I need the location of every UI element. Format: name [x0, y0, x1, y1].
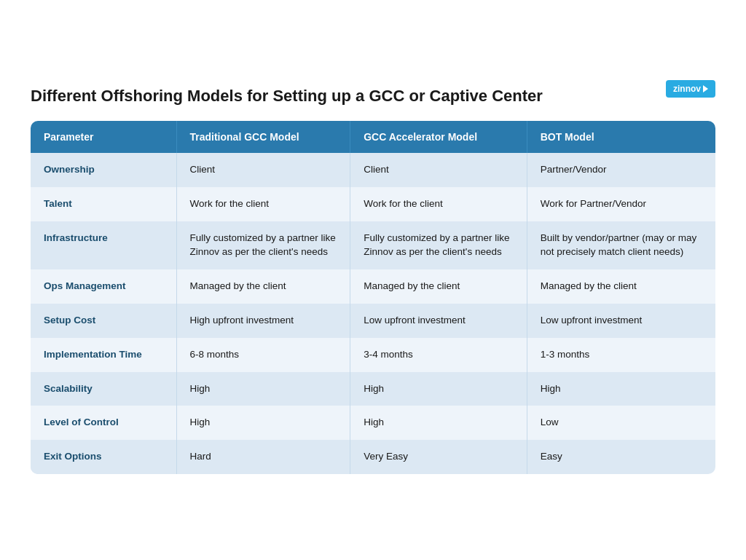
row-accelerator: High: [350, 372, 527, 406]
row-param: Level of Control: [31, 406, 176, 440]
row-bot: Low: [527, 406, 715, 440]
comparison-table: Parameter Traditional GCC Model GCC Acce…: [31, 121, 715, 474]
table-row: OwnershipClientClientPartner/Vendor: [31, 153, 715, 187]
col-header-traditional: Traditional GCC Model: [176, 121, 350, 153]
row-param: Talent: [31, 187, 176, 221]
row-bot: Low upfront investment: [527, 304, 715, 338]
row-accelerator: Managed by the client: [350, 269, 527, 304]
row-traditional: Client: [176, 153, 350, 187]
table-row: Ops ManagementManaged by the clientManag…: [31, 269, 715, 304]
logo-arrow-icon: [703, 85, 708, 92]
row-accelerator: 3-4 months: [350, 338, 527, 372]
row-traditional: Managed by the client: [176, 269, 350, 304]
table-row: Implementation Time6-8 months3-4 months1…: [31, 338, 715, 372]
col-header-bot: BOT Model: [527, 121, 715, 153]
row-accelerator: Very Easy: [350, 440, 527, 474]
row-param: Scalability: [31, 372, 176, 406]
table-row: Exit OptionsHardVery EasyEasy: [31, 440, 715, 474]
row-bot: High: [527, 372, 715, 406]
zinnov-logo: zinnov: [666, 80, 715, 98]
row-bot: Work for Partner/Vendor: [527, 187, 715, 221]
col-header-accelerator: GCC Accelerator Model: [350, 121, 527, 153]
row-accelerator: Client: [350, 153, 527, 187]
table-row: ScalabilityHighHighHigh: [31, 372, 715, 406]
row-param: Ownership: [31, 153, 176, 187]
row-bot: Easy: [527, 440, 715, 474]
row-traditional: Hard: [176, 440, 350, 474]
row-accelerator: High: [350, 406, 527, 440]
row-traditional: High upfront investment: [176, 304, 350, 338]
row-param: Implementation Time: [31, 338, 176, 372]
row-param: Ops Management: [31, 269, 176, 304]
table-header-row: Parameter Traditional GCC Model GCC Acce…: [31, 121, 715, 153]
row-traditional: 6-8 months: [176, 338, 350, 372]
row-accelerator: Low upfront investment: [350, 304, 527, 338]
row-bot: Managed by the client: [527, 269, 715, 304]
row-bot: 1-3 months: [527, 338, 715, 372]
row-accelerator: Fully customized by a partner like Zinno…: [350, 221, 527, 269]
row-traditional: Fully customized by a partner like Zinno…: [176, 221, 350, 269]
col-header-parameter: Parameter: [31, 121, 176, 153]
row-traditional: High: [176, 406, 350, 440]
row-bot: Partner/Vendor: [527, 153, 715, 187]
table-row: TalentWork for the clientWork for the cl…: [31, 187, 715, 221]
table-row: Level of ControlHighHighLow: [31, 406, 715, 440]
logo-text: zinnov: [673, 84, 701, 94]
row-traditional: High: [176, 372, 350, 406]
row-param: Infrastructure: [31, 221, 176, 269]
row-param: Exit Options: [31, 440, 176, 474]
row-bot: Built by vendor/partner (may or may not …: [527, 221, 715, 269]
row-traditional: Work for the client: [176, 187, 350, 221]
table-row: Setup CostHigh upfront investmentLow upf…: [31, 304, 715, 338]
table-row: InfrastructureFully customized by a part…: [31, 221, 715, 269]
row-param: Setup Cost: [31, 304, 176, 338]
page-title: Different Offshoring Models for Setting …: [31, 86, 715, 107]
row-accelerator: Work for the client: [350, 187, 527, 221]
